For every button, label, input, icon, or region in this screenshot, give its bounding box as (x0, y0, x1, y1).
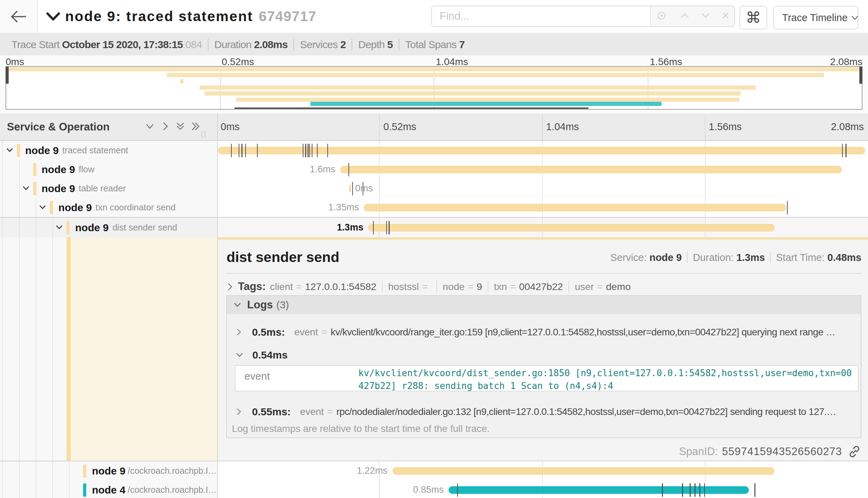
span-log-tick (389, 221, 390, 234)
span-name-column[interactable]: node 4/cockroach.roachpb.I… (0, 480, 217, 498)
command-icon: ⌘ (746, 10, 761, 25)
timeline-tick-label: 2.08ms (831, 114, 864, 140)
column-divider[interactable] (217, 114, 218, 498)
tags-row[interactable]: Tags: client=127.0.0.1:54582hostssl=node… (227, 278, 631, 295)
expand-one-icon[interactable] (162, 122, 169, 132)
logs-body: 0.5ms: event=kv/kvclient/kvcoord/range_i… (227, 314, 861, 437)
log-entry[interactable]: 0.5ms: event=kv/kvclient/kvcoord/range_i… (227, 322, 860, 343)
logs-header[interactable]: Logs (3) (227, 296, 861, 314)
span-row[interactable]: node 9/cockroach.roachpb.I…1.22ms (0, 461, 868, 480)
next-result-icon[interactable] (701, 13, 710, 20)
span-timeline-cell[interactable]: 1.3ms (218, 218, 868, 237)
start-time-value: 0.48ms (827, 252, 861, 263)
span-row[interactable]: node 9txn coordinator send1.35ms (0, 198, 868, 217)
indent-guide (2, 141, 3, 160)
span-timeline-cell[interactable]: 0ms (218, 179, 868, 198)
span-name-column[interactable]: node 9flow (0, 160, 217, 179)
deep-link-icon[interactable] (848, 445, 861, 459)
span-log-tick (317, 144, 318, 157)
timeline-gridline (542, 114, 543, 140)
span-name-column[interactable]: node 9dist sender send (0, 218, 217, 237)
clear-search-icon[interactable] (722, 12, 729, 21)
detail-meta: Service: node 9Duration: 1.3msStart Time… (610, 252, 861, 263)
services-label: Services (300, 39, 338, 51)
span-collapse-chevron-icon[interactable] (56, 225, 63, 231)
collapse-all-icon[interactable] (176, 122, 184, 132)
span-log-tick (690, 483, 691, 497)
span-duration-bar[interactable] (364, 204, 786, 211)
log-entry-expanded[interactable]: 0.54ms (227, 345, 860, 365)
span-collapse-chevron-icon[interactable] (6, 147, 13, 154)
find-input[interactable] (432, 6, 650, 26)
focus-target-icon[interactable] (656, 10, 667, 22)
tags-label: Tags: (238, 280, 266, 293)
back-button[interactable] (0, 0, 38, 33)
span-name-column[interactable]: node 9traced statement (0, 141, 217, 160)
jaeger-trace-page: node 9: traced statement 6749717 (0, 0, 868, 498)
timeline-gridline (379, 480, 380, 498)
expand-all-icon[interactable] (191, 122, 200, 132)
log-chevron-down-icon (236, 353, 243, 357)
span-detail-panel: dist sender send Service: node 9Duration… (218, 237, 868, 461)
indent-guide (36, 480, 36, 498)
log-chevron-right-icon (236, 408, 242, 416)
minimap-scrubber-left[interactable] (6, 67, 9, 84)
meta-separator (770, 252, 771, 263)
span-row[interactable]: node 4/cockroach.roachpb.I…0.85ms (0, 480, 868, 498)
service-value: node 9 (649, 252, 682, 263)
span-duration-bar[interactable] (368, 224, 775, 232)
span-duration-bar[interactable] (340, 166, 842, 173)
depth-label: Depth (358, 39, 384, 51)
minimap-scrubber-right[interactable] (859, 67, 862, 84)
span-row[interactable]: node 9table reader0ms (0, 179, 868, 198)
span-collapse-chevron-icon[interactable] (39, 205, 46, 211)
arrow-left-icon (10, 8, 28, 25)
span-duration-bar[interactable] (349, 185, 351, 192)
trace-view-select[interactable]: Trace Timeline (773, 6, 858, 29)
span-name-column[interactable]: node 9/cockroach.roachpb.I… (0, 461, 217, 480)
span-name-column[interactable]: node 9table reader (0, 179, 217, 198)
tag-equals: = (464, 281, 477, 292)
column-resize-grip[interactable] (202, 131, 205, 137)
minimap-canvas[interactable] (6, 66, 862, 110)
span-log-tick (845, 144, 847, 157)
timeline-gridline (542, 179, 543, 198)
total-spans-value: 7 (459, 39, 464, 51)
span-timeline-cell[interactable] (218, 141, 868, 160)
span-duration-bar[interactable] (218, 147, 865, 154)
indent-guide (2, 160, 3, 179)
span-log-tick (386, 221, 387, 234)
span-row[interactable]: node 9traced statement (0, 141, 868, 160)
tag-item: txn=00427b22 (494, 281, 563, 292)
tag-key: client (270, 281, 293, 292)
services-value: 2 (340, 39, 346, 51)
service-name: node 9 (59, 198, 92, 217)
span-timeline-cell[interactable]: 1.35ms (218, 198, 868, 217)
span-name-column[interactable]: node 9txn coordinator send (0, 198, 217, 217)
tag-value: 9 (477, 281, 482, 292)
span-row[interactable]: node 9flow1.6ms (0, 160, 868, 179)
keyboard-shortcuts-button[interactable]: ⌘ (739, 6, 767, 29)
collapse-trace-chevron-icon[interactable] (46, 10, 60, 24)
span-row[interactable]: node 9dist sender send1.3ms (0, 217, 868, 237)
span-timeline-cell[interactable]: 1.6ms (218, 160, 868, 179)
tags-chevron-right-icon (227, 282, 233, 291)
span-duration-label: 1.35ms (328, 198, 359, 217)
select-chevron-down-icon (851, 15, 859, 20)
log-entry[interactable]: 0.55ms: event=rpc/nodedialer/nodedialer.… (227, 401, 860, 422)
span-timeline-cell[interactable]: 1.22ms (218, 461, 868, 480)
span-duration-bar[interactable] (392, 467, 774, 475)
tag-separator (382, 281, 383, 292)
page-title: node 9: traced statement 6749717 (65, 0, 317, 33)
collapse-one-icon[interactable] (146, 123, 154, 130)
span-id-label: SpanID: (679, 445, 718, 458)
span-log-tick (373, 221, 374, 234)
span-collapse-chevron-icon[interactable] (23, 185, 29, 192)
prev-result-icon[interactable] (681, 13, 689, 20)
tag-equals: = (419, 281, 431, 292)
span-duration-label: 1.22ms (357, 461, 388, 480)
span-log-tick (704, 483, 705, 497)
operation-name: flow (79, 160, 94, 179)
span-timeline-cell[interactable]: 0.85ms (218, 480, 868, 498)
detail-name-column (0, 237, 217, 461)
